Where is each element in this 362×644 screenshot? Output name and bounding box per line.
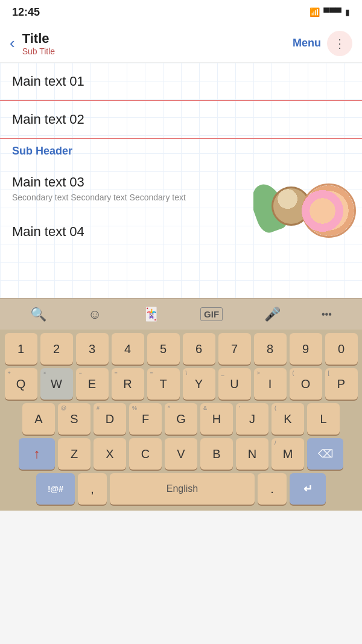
key-row-numbers: 1 2 3 4 5 6 7 8 9 0 xyxy=(2,333,360,365)
sub-header: Sub Header xyxy=(0,139,362,164)
period-key[interactable]: . xyxy=(258,473,287,505)
key-1[interactable]: 1 xyxy=(5,333,37,365)
key-4[interactable]: 4 xyxy=(112,333,144,365)
status-bar: 12:45 📶 ▀▀▀ ▮ xyxy=(0,0,362,24)
battery-icon: ▮ xyxy=(345,7,350,17)
key-j[interactable]: 'J xyxy=(236,403,268,435)
list-item-02-main: Main text 02 xyxy=(12,112,350,127)
mic-icon[interactable]: 🎤 xyxy=(264,307,281,322)
key-w[interactable]: ×W xyxy=(40,368,73,400)
back-button[interactable]: ‹ xyxy=(10,34,15,53)
key-n[interactable]: N xyxy=(236,438,268,470)
list-item-01-main: Main text 01 xyxy=(12,74,350,89)
key-y[interactable]: \Y xyxy=(183,368,215,400)
list-item-02[interactable]: Main text 02 xyxy=(0,101,362,139)
keyboard: 1 2 3 4 5 6 7 8 9 0 +Q ×W −E =R =T \Y _U… xyxy=(0,330,362,511)
key-u[interactable]: _U xyxy=(218,368,251,400)
sticker-icon[interactable]: 🃏 xyxy=(143,307,159,322)
key-s[interactable]: @S xyxy=(58,403,91,435)
dots-icon: ⋮ xyxy=(334,36,346,51)
more-toolbar-icon[interactable]: ••• xyxy=(322,309,332,320)
key-p[interactable]: [P xyxy=(325,368,358,400)
key-row-qwerty: +Q ×W −E =R =T \Y _U >I (O [P xyxy=(2,368,360,400)
list-item-01[interactable]: Main text 01 xyxy=(0,63,362,101)
app-title: Title xyxy=(22,31,293,46)
menu-label[interactable]: Menu xyxy=(293,37,321,49)
keyboard-toolbar: 🔍 ☺ 🃏 GIF 🎤 ••• xyxy=(0,298,362,330)
key-o[interactable]: (O xyxy=(290,368,322,400)
search-icon[interactable]: 🔍 xyxy=(30,307,46,322)
app-bar-right: Menu ⋮ xyxy=(293,31,352,56)
key-a[interactable]: A xyxy=(22,403,55,435)
more-options-button[interactable]: ⋮ xyxy=(327,31,352,56)
status-icons: 📶 ▀▀▀ ▮ xyxy=(310,7,350,17)
space-key[interactable]: English xyxy=(110,473,255,505)
key-3[interactable]: 3 xyxy=(76,333,109,365)
key-d[interactable]: #D xyxy=(94,403,126,435)
key-5[interactable]: 5 xyxy=(147,333,180,365)
key-m[interactable]: /M xyxy=(272,438,304,470)
key-0[interactable]: 0 xyxy=(325,333,358,365)
key-b[interactable]: B xyxy=(200,438,233,470)
key-k[interactable]: (K xyxy=(272,403,304,435)
content-area: Main text 01 Main text 02 Sub Header Mai… xyxy=(0,63,362,298)
app-bar-titles: Title Sub Title xyxy=(22,31,293,56)
signal-icon: ▀▀▀ xyxy=(323,7,341,17)
key-h[interactable]: &H xyxy=(200,403,233,435)
status-time: 12:45 xyxy=(12,6,40,19)
key-e[interactable]: −E xyxy=(76,368,109,400)
key-row-bottom: !@# , English . ↵ xyxy=(2,473,360,505)
key-x[interactable]: X xyxy=(94,438,126,470)
donut-decoration xyxy=(302,183,356,238)
key-z[interactable]: Z xyxy=(58,438,91,470)
shift-key[interactable]: ↑ xyxy=(19,438,55,470)
key-t[interactable]: =T xyxy=(147,368,180,400)
key-q[interactable]: +Q xyxy=(5,368,37,400)
key-2[interactable]: 2 xyxy=(40,333,73,365)
key-v[interactable]: V xyxy=(165,438,197,470)
delete-key[interactable]: ⌫ xyxy=(307,438,343,470)
key-8[interactable]: 8 xyxy=(254,333,287,365)
key-9[interactable]: 9 xyxy=(290,333,322,365)
wifi-icon: 📶 xyxy=(310,7,320,17)
app-bar: ‹ Title Sub Title Menu ⋮ xyxy=(0,24,362,63)
donut-icing xyxy=(300,188,345,234)
decorative-image xyxy=(253,183,362,268)
key-g[interactable]: ^G xyxy=(165,403,197,435)
key-r[interactable]: =R xyxy=(112,368,144,400)
emoji-icon[interactable]: ☺ xyxy=(88,307,101,322)
comma-key[interactable]: , xyxy=(78,473,107,505)
sub-header-text: Sub Header xyxy=(12,145,72,157)
symbols-key[interactable]: !@# xyxy=(36,473,75,505)
gif-button[interactable]: GIF xyxy=(200,307,223,321)
app-subtitle: Sub Title xyxy=(22,46,293,56)
key-l[interactable]: L xyxy=(307,403,340,435)
key-i[interactable]: >I xyxy=(254,368,287,400)
enter-key[interactable]: ↵ xyxy=(290,473,326,505)
key-f[interactable]: %F xyxy=(129,403,162,435)
key-row-zxcvbnm: ↑ Z X C V B N /M ⌫ xyxy=(2,438,360,470)
key-c[interactable]: C xyxy=(129,438,162,470)
key-6[interactable]: 6 xyxy=(183,333,215,365)
key-7[interactable]: 7 xyxy=(218,333,251,365)
key-row-asdf: A @S #D %F ^G &H 'J (K L xyxy=(2,403,360,435)
